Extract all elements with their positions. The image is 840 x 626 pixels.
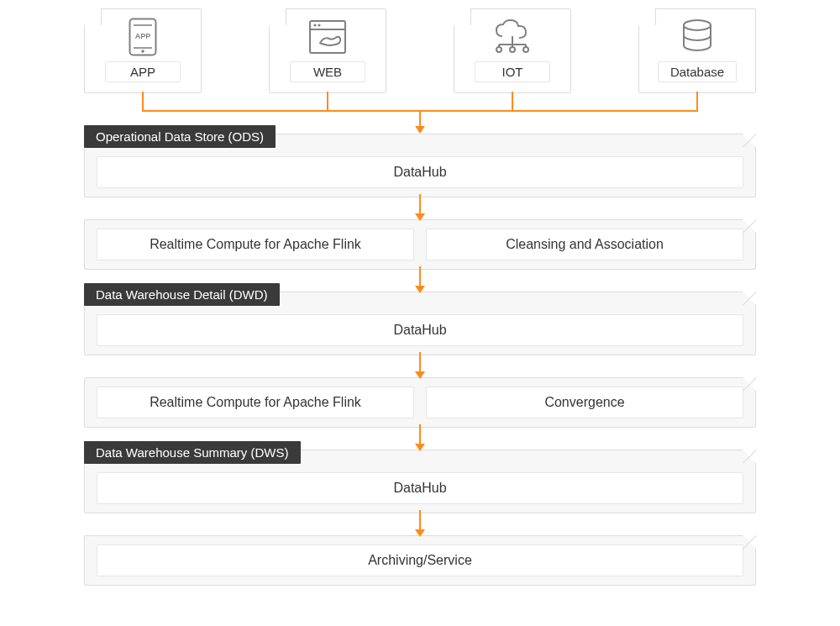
svg-point-3: [141, 50, 144, 53]
dwd-datahub: DataHub: [97, 314, 743, 346]
panel-process-1: Realtime Compute for Apache Flink Cleans…: [84, 219, 756, 270]
arrow-down-icon: [84, 512, 756, 535]
panel-ods-title: Operational Data Store (ODS): [84, 125, 276, 148]
source-app: APP APP: [84, 8, 202, 93]
source-iot: IOT: [454, 8, 571, 93]
svg-point-8: [318, 24, 320, 26]
app-icon: APP: [118, 18, 168, 56]
svg-point-17: [684, 20, 711, 30]
panel-dws: Data Warehouse Summary (DWS) DataHub: [84, 450, 756, 513]
arrow-down-icon: [84, 354, 756, 377]
final-archiving: Archiving/Service: [97, 544, 743, 576]
panel-dwd: Data Warehouse Detail (DWD) DataHub: [84, 292, 756, 355]
panel-ods: Operational Data Store (ODS) DataHub: [84, 134, 756, 197]
arrow-down-icon: [84, 196, 756, 219]
iot-icon: [487, 18, 538, 56]
process2-convergence: Convergence: [426, 387, 743, 418]
database-icon: [672, 18, 722, 56]
svg-text:APP: APP: [135, 32, 151, 40]
process1-cleansing: Cleansing and Association: [426, 229, 743, 260]
svg-point-13: [523, 47, 528, 52]
dws-datahub: DataHub: [97, 472, 743, 504]
source-database-label: Database: [658, 61, 737, 82]
source-database: Database: [638, 8, 756, 93]
svg-point-7: [313, 24, 316, 26]
process2-flink: Realtime Compute for Apache Flink: [97, 387, 414, 418]
arrow-down-icon: [84, 268, 756, 292]
sources-row: APP APP WEB: [84, 8, 756, 93]
panel-process-2: Realtime Compute for Apache Flink Conver…: [84, 377, 756, 428]
process1-flink: Realtime Compute for Apache Flink: [97, 229, 414, 260]
ods-datahub: DataHub: [97, 156, 743, 188]
source-app-label: APP: [105, 61, 181, 82]
source-iot-label: IOT: [475, 61, 550, 82]
arrow-down-icon: [84, 426, 756, 450]
architecture-diagram: APP APP WEB: [0, 0, 840, 626]
source-web: WEB: [269, 8, 386, 93]
source-web-label: WEB: [290, 61, 365, 82]
web-icon: [302, 18, 353, 56]
svg-point-12: [510, 47, 515, 52]
svg-point-11: [496, 47, 501, 52]
panel-final: Archiving/Service: [84, 535, 756, 586]
